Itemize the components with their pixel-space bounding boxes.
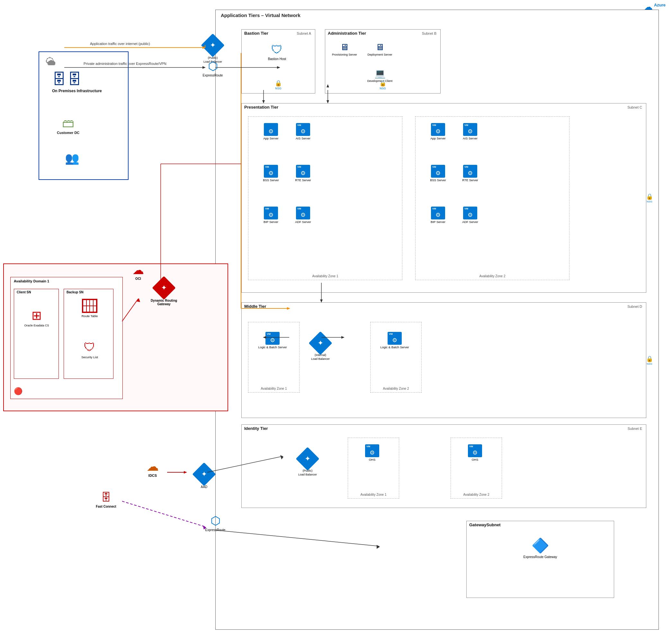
avail-domain-title: Availability Domain 1 xyxy=(11,277,123,285)
pres-nsg-icon: 🔒 xyxy=(646,193,653,200)
fast-connect-icon: 🗄 xyxy=(90,492,122,504)
pres-az2-ais-label: AIS Server xyxy=(457,136,483,140)
vm-ais-icon: VM ⚙ xyxy=(296,123,310,136)
identity-tier-box: Identity Tier Subnet E VM ⚙ OHS Availabi… xyxy=(241,424,646,508)
svg-marker-31 xyxy=(184,471,187,474)
expressroute-gw-label: ExpressRoute Gateway xyxy=(521,555,559,559)
identity-tier-title: Identity Tier xyxy=(242,425,646,432)
presentation-az2-box: VM ⚙ App Server VM ⚙ AIS Server VM ⚙ xyxy=(415,116,570,280)
middle-az1-vm-icon: VM ⚙ xyxy=(266,332,280,345)
middle-tier-box: Middle Tier Subnet D ✦ (Internal)Load Ba… xyxy=(241,302,646,418)
oci-floating-block: ☁ OCI xyxy=(125,263,151,280)
route-table-icon xyxy=(82,299,97,313)
pres-az1-rte-label: RTE Server xyxy=(290,178,316,182)
app-tiers-box: Application Tiers – Virtual Network Bast… xyxy=(215,10,659,630)
provisioning-server-block: 🖥 Provisioning Server xyxy=(332,42,357,57)
vm-az2-bip-icon: VM ⚙ xyxy=(431,207,445,219)
deployment-icon: 🖥 xyxy=(367,42,393,53)
on-premises-box: 🌥 🗄🗄 On Premises Infrastructure 🗃 Custom… xyxy=(39,52,129,180)
provisioning-icon: 🖥 xyxy=(332,42,357,53)
middle-az2-vm-label: Logic & Batch Server xyxy=(380,345,409,349)
identity-az2-box: VM ⚙ OHS Availability Zone 2 xyxy=(451,438,502,499)
pres-nsg-label: NSG xyxy=(646,200,653,203)
vm-az2-app-icon: VM ⚙ xyxy=(431,123,445,136)
middle-subnet-label: Subnet D xyxy=(627,305,642,308)
pres-az1-adf-label: ADF Server xyxy=(290,220,316,223)
infra-icons: 🗄🗄 xyxy=(52,71,102,87)
pres-az2-app-server: VM ⚙ App Server xyxy=(425,123,451,140)
expressroute-bottom-icon: ⬡ xyxy=(199,514,231,527)
middle-nsg: 🔒 NSG xyxy=(646,355,653,365)
presentation-tier-box: Presentation Tier Subnet C VM ⚙ App Serv… xyxy=(241,103,646,293)
dc-icon: 🗃 xyxy=(57,116,80,130)
pres-az2-bip-server: VM ⚙ BIP Server xyxy=(425,207,451,223)
aad-block: ✦ AAD xyxy=(190,466,218,489)
identity-subnet-label: Subnet E xyxy=(628,427,642,431)
expressroute-top-label: ExpressRoute xyxy=(197,74,229,77)
drg-block: ✦ Dynamic Routing Gateway xyxy=(145,279,183,306)
bastion-tier-box: Bastion Tier Subnet A 🛡 Bastion Host 🔒 N… xyxy=(241,29,315,93)
vm-adf-icon: VM ⚙ xyxy=(296,207,310,219)
pres-az2-adf-server: VM ⚙ ADF Server xyxy=(457,207,483,223)
identity-az1-vm-icon: VM ⚙ xyxy=(365,444,379,457)
identity-az2-label: Availability Zone 2 xyxy=(463,493,489,496)
pres-az1-app-server: VM ⚙ App Server xyxy=(258,123,284,140)
dc-label: Customer DC xyxy=(57,131,80,135)
oracle-exadata-label: Oracle Exadata CS xyxy=(20,324,53,327)
middle-tier-title: Middle Tier xyxy=(242,303,646,310)
avail-domain-box: Availability Domain 1 Client SN ⊞ Oracle… xyxy=(10,277,123,399)
pres-az2-adf-label: ADF Server xyxy=(457,220,483,223)
internal-lb-block: ✦ (Internal)Load Balancer xyxy=(306,335,335,361)
fast-connect-label: Fast Connect xyxy=(90,505,122,508)
middle-az2-label: Availability Zone 2 xyxy=(383,387,409,390)
bastion-subnet-label: Subnet A xyxy=(297,31,311,35)
bastion-host-block: 🛡 Bastion Host xyxy=(261,43,293,61)
oci-drg-icon-block: 🔴 xyxy=(14,387,23,395)
on-prem-cloud-icon: 🌥 xyxy=(46,56,56,68)
pres-az2-ais-server: VM ⚙ AIS Server xyxy=(457,123,483,140)
pres-az1-bip-server: VM ⚙ BIP Server xyxy=(258,207,284,223)
middle-az1-vm-label: Logic & Batch Server xyxy=(258,345,287,349)
admin-nsg-label: NSG xyxy=(379,87,386,90)
oci-floating-icon: ☁ xyxy=(125,263,151,277)
public-lb-top-diamond: ✦ xyxy=(201,33,225,57)
idcs-label: IDCS xyxy=(138,474,167,477)
pres-az1-rte-server: VM ⚙ RTE Server xyxy=(290,165,316,182)
pres-az2-rte-label: RTE Server xyxy=(457,178,483,182)
client-sn-box: Client SN ⊞ Oracle Exadata CS xyxy=(14,289,59,379)
vm-az2-bss-icon: VM ⚙ xyxy=(431,165,445,178)
provisioning-label: Provisioning Server xyxy=(332,53,357,57)
identity-az1-vm-block: VM ⚙ OHS xyxy=(358,444,387,461)
vm-bss-icon: VM ⚙ xyxy=(264,165,278,178)
expressroute-bottom-block: ⬡ ExpressRoute xyxy=(199,514,231,532)
presentation-az1-box: VM ⚙ App Server VM ⚙ AIS Server xyxy=(248,116,402,280)
oracle-exadata-icon: ⊞ xyxy=(20,308,53,323)
oracle-exadata-block: ⊞ Oracle Exadata CS xyxy=(20,308,53,327)
idcs-icon: ☁ xyxy=(138,460,167,474)
security-list-block: 🛡 Security List xyxy=(77,340,102,359)
pres-az1-app-server-label: App Server xyxy=(258,136,284,140)
bastion-nsg-icon: 🔒 xyxy=(275,80,282,87)
middle-nsg-label: NSG xyxy=(646,362,653,365)
identity-az1-ohs-label: OHS xyxy=(358,458,387,461)
vm-rte-icon: VM ⚙ xyxy=(296,165,310,178)
admin-tier-box: Administration Tier Subnet B 🖥 Provision… xyxy=(325,29,441,93)
pres-az2-label: Availability Zone 2 xyxy=(480,274,505,278)
pres-az1-label: Availability Zone 1 xyxy=(312,274,339,278)
pres-az1-ais-server: VM ⚙ AIS Server xyxy=(290,123,316,140)
middle-nsg-icon: 🔒 xyxy=(646,355,653,362)
bastion-nsg: 🔒 NSG xyxy=(275,80,282,90)
pres-az2-bip-label: BIP Server xyxy=(425,220,451,223)
idcs-block: ☁ IDCS xyxy=(138,460,167,477)
customer-dc-block: 🗃 Customer DC xyxy=(57,116,80,135)
presentation-subnet-label: Subnet C xyxy=(627,105,642,109)
drg-label: Dynamic Routing Gateway xyxy=(145,299,183,306)
admin-nsg-icon: 🔒 xyxy=(379,80,386,87)
route-table-label: Route Table xyxy=(77,314,102,318)
app-traffic-label: Application traffic over internet (publi… xyxy=(90,42,150,46)
expressroute-bottom-label: ExpressRoute xyxy=(199,528,231,532)
identity-az2-vm-block: VM ⚙ OHS xyxy=(460,444,489,461)
oci-drg-icon: 🔴 xyxy=(14,387,23,395)
pres-az2-app-label: App Server xyxy=(425,136,451,140)
backup-sn-box: Backup SN Route Table xyxy=(63,289,113,379)
